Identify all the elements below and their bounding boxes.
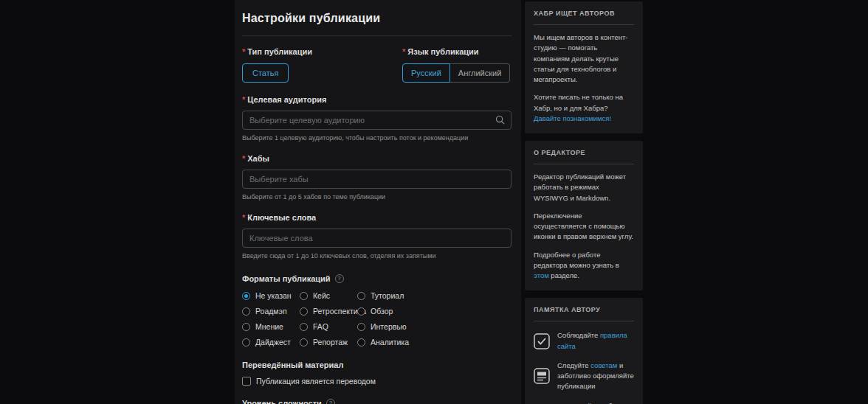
advice-link[interactable]: советам	[590, 361, 617, 369]
difficulty-help-icon[interactable]: ?	[326, 399, 335, 404]
about-editor-header: О РЕДАКТОРЕ	[534, 149, 634, 156]
format-option[interactable]: Ретроспектива	[300, 307, 357, 316]
formats-label: Форматы публикаций	[242, 274, 331, 283]
format-option[interactable]: Туториал	[357, 291, 512, 300]
radio-icon	[242, 307, 250, 316]
format-option[interactable]: Дайджест	[242, 338, 300, 346]
article-icon	[534, 368, 550, 384]
radio-icon	[242, 323, 250, 331]
checkbox-icon	[242, 377, 251, 386]
hubs-label: *Хабы	[242, 154, 512, 163]
audience-label: *Целевая аудитория	[242, 95, 512, 104]
publication-settings-panel: Настройки публикации *Тип публикации Ста…	[235, 0, 521, 404]
habr-seeks-authors-header: ХАБР ИЩЕТ АВТОРОВ	[534, 10, 634, 17]
hubs-hint: Выберите от 1 до 5 хабов по теме публика…	[242, 193, 512, 201]
format-option[interactable]: Мнение	[242, 322, 300, 331]
format-option[interactable]: Обзор	[357, 307, 512, 316]
radio-icon	[300, 292, 308, 300]
title-divider	[242, 35, 512, 36]
format-option[interactable]: Роадмэп	[242, 307, 300, 316]
authors-text-2: Хотите писать не только на Хабр, но и дл…	[534, 92, 634, 124]
author-memo-header: ПАМЯТКА АВТОРУ	[534, 306, 634, 313]
keywords-hint: Введите сюда от 1 до 10 ключевых слов, о…	[242, 252, 512, 260]
memo-item-pr-hub: Используйте хаб «Я пиарюсь» для рекламны…	[534, 401, 634, 404]
page-title: Настройки публикации	[242, 12, 512, 25]
format-option[interactable]: Аналитика	[357, 338, 512, 346]
format-option[interactable]: Не указан	[242, 291, 300, 300]
publication-type-article-button[interactable]: Статья	[242, 63, 289, 83]
format-option[interactable]: Интервью	[357, 322, 512, 331]
keywords-label: *Ключевые слова	[242, 213, 512, 222]
audience-input[interactable]	[242, 111, 512, 130]
language-label: *Язык публикации	[402, 47, 510, 56]
authors-text-1: Мы ищем авторов в контент-студию — помог…	[534, 32, 634, 85]
lets-meet-link[interactable]: Давайте познакомимся!	[534, 114, 611, 122]
radio-icon	[300, 323, 308, 331]
hubs-input[interactable]	[242, 170, 512, 189]
editor-docs-link[interactable]: этом	[534, 271, 549, 279]
radio-icon	[242, 292, 250, 300]
check-icon	[534, 333, 550, 349]
about-editor-box: О РЕДАКТОРЕ Редактор публикаций может ра…	[525, 141, 643, 290]
author-memo-box: ПАМЯТКА АВТОРУ Соблюдайте правила сайта …	[525, 298, 643, 404]
language-toggle: Русский Английский	[402, 63, 510, 83]
language-english-button[interactable]: Английский	[450, 63, 511, 83]
radio-icon	[300, 338, 308, 346]
language-russian-button[interactable]: Русский	[402, 63, 450, 83]
formats-help-icon[interactable]: ?	[335, 274, 344, 283]
translation-checkbox-row[interactable]: Публикация является переводом	[242, 377, 512, 386]
sidebar: ХАБР ИЩЕТ АВТОРОВ Мы ищем авторов в конт…	[525, 1, 643, 404]
difficulty-label: Уровень сложности	[242, 399, 322, 404]
search-icon	[495, 115, 505, 125]
editor-text-3: Подробнее о работе редактора можно узнат…	[534, 250, 634, 282]
memo-item-advice: Следуйте советам и заботливо оформляйте …	[534, 361, 634, 392]
radio-icon	[357, 338, 365, 346]
habr-seeks-authors-box: ХАБР ИЩЕТ АВТОРОВ Мы ищем авторов в конт…	[525, 1, 643, 133]
radio-icon	[242, 338, 250, 346]
radio-icon	[300, 307, 308, 316]
format-option[interactable]: Репортаж	[300, 338, 357, 346]
keywords-input[interactable]	[242, 229, 512, 248]
editor-text-2: Переключение осуществляется с помощью ик…	[534, 211, 634, 243]
translation-label: Переведённый материал	[242, 361, 512, 369]
radio-icon	[357, 292, 365, 300]
editor-text-1: Редактор публикаций может работать в реж…	[534, 172, 634, 203]
format-option[interactable]: Кейс	[300, 291, 357, 300]
radio-icon	[357, 323, 365, 331]
format-option[interactable]: FAQ	[300, 322, 357, 331]
radio-icon	[357, 307, 365, 316]
memo-item-rules: Соблюдайте правила сайта	[534, 330, 634, 352]
type-label: *Тип публикации	[242, 47, 402, 56]
audience-hint: Выберите 1 целевую аудиторию, чтобы наст…	[242, 134, 512, 142]
formats-radio-group: Не указан Кейс Туториал Роадмэп Ретроспе…	[242, 291, 512, 346]
